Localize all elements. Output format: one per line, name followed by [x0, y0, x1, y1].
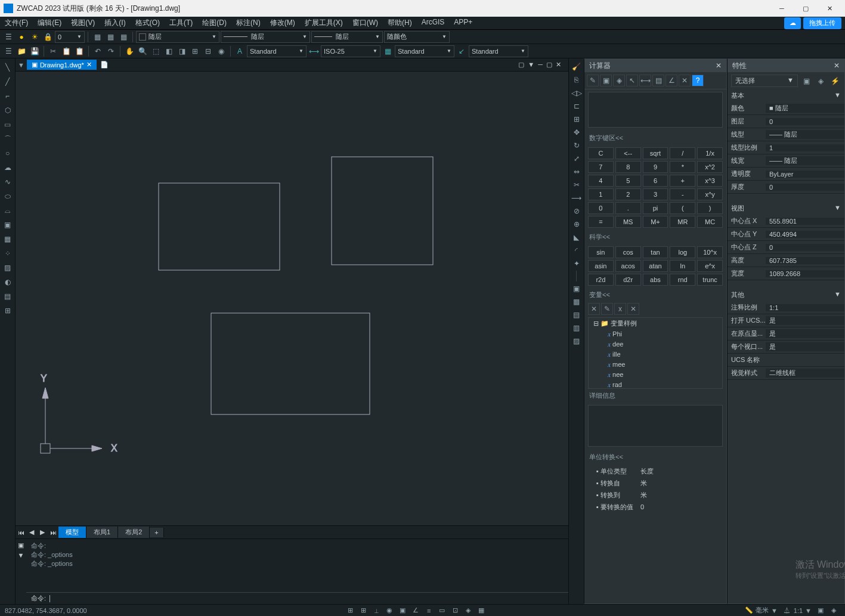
selection-dropdown[interactable]: 无选择▼ — [731, 75, 798, 87]
property-value[interactable]: ByLayer — [766, 171, 844, 178]
status-11[interactable]: ▦ — [475, 605, 487, 616]
ellipse-icon[interactable]: ⬭ — [1, 190, 14, 203]
calc-key[interactable]: log — [670, 246, 695, 258]
calc-key[interactable]: 7 — [588, 161, 614, 173]
erase-icon[interactable]: 🧹 — [571, 61, 583, 73]
property-value[interactable]: 1:1 — [766, 304, 844, 311]
property-value[interactable]: 是 — [766, 329, 844, 338]
calc-key[interactable]: 5 — [615, 175, 641, 187]
property-value[interactable]: 0 — [766, 184, 844, 191]
tab-close-icon[interactable]: ✕ — [86, 61, 92, 69]
tab-next-icon[interactable]: ▶ — [37, 528, 48, 536]
var-root[interactable]: ⊟ 📁 变量样例 — [589, 318, 722, 329]
calc-key[interactable]: d2r — [615, 274, 641, 286]
ortho-icon[interactable]: ⟂ — [370, 605, 382, 616]
new-tab-icon[interactable]: 📄 — [100, 61, 109, 69]
calc-key[interactable]: 4 — [588, 175, 614, 187]
unit-conversion-title[interactable]: 单位转换<< — [584, 450, 726, 464]
calc-help-icon[interactable]: ? — [692, 75, 704, 86]
quick-select-icon[interactable]: ▣ — [800, 75, 812, 87]
copy-icon[interactable]: 📋 — [60, 45, 72, 57]
property-value[interactable]: 是 — [766, 316, 844, 325]
linestyle-dropdown[interactable]: 随层▼ — [311, 31, 383, 43]
polygon-icon[interactable]: ⬡ — [1, 104, 14, 117]
calculator-display[interactable] — [588, 92, 723, 128]
tab-first-icon[interactable]: ⏮ — [16, 529, 26, 536]
table-style-icon[interactable]: ▦ — [382, 45, 394, 57]
calc-key[interactable]: cos — [615, 246, 641, 258]
command-line[interactable]: 命令: — [26, 592, 568, 604]
status-9[interactable]: ⊡ — [449, 605, 461, 616]
calc-key[interactable]: ln — [670, 260, 695, 272]
tool-b5[interactable]: ◨ — [176, 45, 188, 57]
mleader-style-icon[interactable]: ↙ — [456, 45, 468, 57]
calc-key[interactable]: tan — [643, 246, 668, 258]
calc-key[interactable]: asin — [588, 260, 614, 272]
grid-icon[interactable]: ⊞ — [357, 605, 369, 616]
doc-minimize-icon[interactable]: ─ — [538, 61, 543, 69]
tool-2[interactable]: ▦ — [104, 31, 116, 43]
unit-value[interactable]: 米 — [636, 491, 723, 500]
dim-style-dropdown[interactable]: ISO-25▼ — [321, 45, 380, 57]
drag-upload-button[interactable]: 拖拽上传 — [803, 17, 841, 29]
polyline-icon[interactable]: ⌐ — [1, 89, 14, 103]
cloud-icon[interactable]: ☁ — [784, 17, 801, 29]
calc-key[interactable]: 10^x — [697, 246, 723, 258]
calc-tool-3[interactable]: ◈ — [613, 75, 625, 86]
var-tool-4[interactable]: ✕ — [627, 303, 639, 315]
revcloud-icon[interactable]: ☁ — [1, 161, 14, 174]
viewcube-icon[interactable]: ▢ — [518, 61, 524, 69]
menu-item[interactable]: 扩展工具(X) — [300, 18, 348, 28]
property-value[interactable]: 0 — [766, 118, 844, 125]
unit-value[interactable]: 米 — [636, 479, 723, 488]
calc-key[interactable]: MC — [697, 216, 723, 228]
color-dropdown[interactable]: 随颜色▼ — [384, 31, 450, 43]
model-icon[interactable]: ▭ — [436, 605, 448, 616]
property-value[interactable]: 是 — [766, 342, 844, 351]
status-end-1[interactable]: ▣ — [815, 605, 827, 616]
section-title[interactable]: 基本 — [731, 91, 744, 100]
properties-close-icon[interactable]: ✕ — [834, 61, 840, 70]
property-value[interactable]: 607.7385 — [766, 257, 844, 264]
rotate-icon[interactable]: ↻ — [571, 140, 583, 151]
calc-key[interactable]: 3 — [643, 188, 668, 200]
bulb-icon[interactable]: ● — [16, 31, 27, 43]
calc-key[interactable]: <-- — [615, 147, 641, 159]
numpad-section-title[interactable]: 数字键区<< — [584, 131, 726, 145]
text-style-icon[interactable]: A — [234, 45, 246, 57]
anno-icon[interactable]: ⏃ — [784, 607, 790, 614]
command-expand-icon[interactable]: ▼ — [18, 552, 24, 559]
doc-close-icon[interactable]: ✕ — [556, 61, 561, 69]
hatch-icon[interactable]: ▨ — [1, 261, 14, 274]
tab-layout2[interactable]: 布局2 — [118, 527, 150, 538]
xline-icon[interactable]: ╱ — [1, 75, 14, 88]
redo-icon[interactable]: ↷ — [105, 45, 117, 57]
unit-value[interactable]: 0 — [636, 503, 723, 510]
calc-key[interactable]: 9 — [643, 161, 668, 173]
drawing-canvas[interactable]: X Y — [16, 72, 568, 525]
trim-icon[interactable]: ✂ — [571, 179, 583, 191]
calc-key[interactable]: x^2 — [697, 161, 723, 173]
menu-item[interactable]: 插入(I) — [100, 18, 130, 28]
var-tool-1[interactable]: ✕ — [588, 303, 600, 315]
select-objects-icon[interactable]: ◈ — [815, 75, 827, 87]
lineweight-dropdown[interactable]: 随层▼ — [221, 31, 310, 43]
close-button[interactable]: ✕ — [818, 0, 841, 17]
tab-last-icon[interactable]: ⏭ — [48, 529, 58, 536]
property-value[interactable]: 555.8901 — [766, 218, 844, 225]
calc-key[interactable]: 6 — [643, 175, 668, 187]
sun-icon[interactable]: ☀ — [29, 31, 41, 43]
maximize-button[interactable]: ▢ — [794, 0, 818, 17]
property-value[interactable]: ■ 随层 — [766, 104, 844, 113]
chamfer-icon[interactable]: ◣ — [571, 231, 583, 243]
variable-item[interactable]: 𝑥 dee — [589, 339, 722, 349]
point-icon[interactable]: ⁘ — [1, 247, 14, 260]
var-tool-3[interactable]: x — [614, 303, 626, 315]
variable-item[interactable]: 𝑥 ille — [589, 349, 722, 360]
calc-key[interactable]: acos — [615, 260, 641, 272]
calc-key[interactable]: e^x — [697, 260, 723, 272]
props-1-icon[interactable]: ▣ — [571, 283, 583, 295]
join-icon[interactable]: ⊕ — [571, 218, 583, 230]
move-icon[interactable]: ✥ — [571, 126, 583, 138]
menu-item[interactable]: 绘图(D) — [197, 18, 231, 28]
